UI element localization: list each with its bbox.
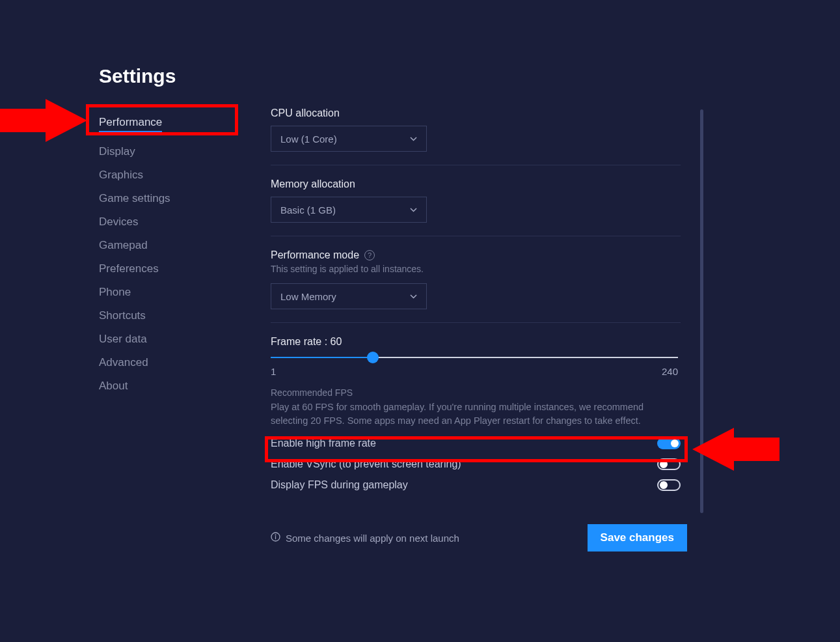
cpu-allocation-select[interactable]: Low (1 Core): [271, 126, 427, 152]
chevron-down-icon: [410, 294, 417, 299]
frame-rate-label: Frame rate : 60: [271, 336, 681, 348]
display-fps-toggle[interactable]: [657, 479, 681, 491]
sidebar-item-devices[interactable]: Devices: [99, 210, 242, 234]
slider-thumb[interactable]: [367, 352, 379, 363]
sidebar-item-user-data[interactable]: User data: [99, 328, 242, 351]
performance-mode-note: This setting is applied to all instances…: [271, 264, 681, 274]
restart-note: Some changes will apply on next launch: [271, 532, 459, 544]
svg-point-1: [275, 535, 277, 536]
performance-mode-label: Performance mode ?: [271, 249, 681, 261]
memory-allocation-label: Memory allocation: [271, 178, 681, 190]
chevron-down-icon: [410, 137, 417, 141]
svg-rect-2: [275, 536, 276, 539]
sidebar-item-preferences[interactable]: Preferences: [99, 257, 242, 281]
enable-high-frame-rate-label: Enable high frame rate: [271, 438, 376, 449]
cpu-allocation-label: CPU allocation: [271, 107, 681, 119]
help-icon[interactable]: ?: [364, 250, 375, 260]
slider-max: 240: [662, 366, 678, 377]
sidebar-item-advanced[interactable]: Advanced: [99, 351, 242, 374]
memory-allocation-select[interactable]: Basic (1 GB): [271, 197, 427, 223]
sidebar-item-display[interactable]: Display: [99, 140, 242, 163]
frame-rate-slider[interactable]: 1 240: [271, 357, 678, 377]
settings-sidebar: Performance Display Graphics Game settin…: [99, 111, 242, 642]
enable-vsync-label: Enable VSync (to prevent screen tearing): [271, 458, 461, 470]
content-scrollbar[interactable]: [700, 109, 703, 513]
sidebar-item-gamepad[interactable]: Gamepad: [99, 234, 242, 257]
sidebar-item-phone[interactable]: Phone: [99, 281, 242, 304]
sidebar-item-performance[interactable]: Performance: [99, 111, 162, 132]
sidebar-item-shortcuts[interactable]: Shortcuts: [99, 304, 242, 328]
sidebar-item-graphics[interactable]: Graphics: [99, 163, 242, 187]
save-changes-button[interactable]: Save changes: [588, 524, 687, 551]
memory-allocation-value: Basic (1 GB): [280, 204, 336, 216]
performance-mode-select[interactable]: Low Memory: [271, 283, 427, 309]
info-icon: [271, 532, 280, 544]
display-fps-label: Display FPS during gameplay: [271, 479, 408, 491]
recommended-fps-title: Recommended FPS: [271, 387, 681, 398]
chevron-down-icon: [410, 208, 417, 212]
enable-high-frame-rate-toggle[interactable]: [657, 438, 681, 449]
recommended-fps-text: Play at 60 FPS for smooth gameplay. If y…: [271, 400, 681, 428]
sidebar-item-about[interactable]: About: [99, 374, 242, 398]
cpu-allocation-value: Low (1 Core): [280, 133, 337, 145]
sidebar-item-game-settings[interactable]: Game settings: [99, 187, 242, 210]
slider-min: 1: [271, 366, 276, 377]
enable-vsync-toggle[interactable]: [657, 458, 681, 470]
performance-mode-value: Low Memory: [280, 291, 336, 302]
